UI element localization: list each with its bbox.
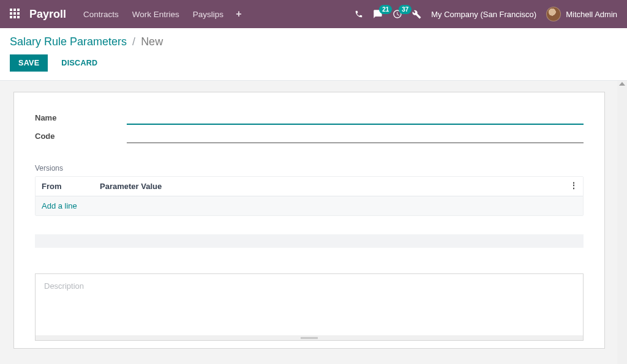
versions-table: From Parameter Value ⋮ Add a line <box>35 176 584 216</box>
breadcrumb-separator: / <box>132 35 135 48</box>
versions-section-label: Versions <box>35 164 584 173</box>
navbar-right: 21 37 My Company (San Francisco) Mitchel… <box>355 7 617 21</box>
name-input[interactable] <box>127 110 584 125</box>
phone-icon[interactable] <box>355 10 363 18</box>
column-options-icon[interactable]: ⋮ <box>569 180 578 190</box>
debug-icon[interactable] <box>412 10 421 19</box>
breadcrumb-parent[interactable]: Salary Rule Parameters <box>10 35 127 48</box>
top-navbar: Payroll Contracts Work Entries Payslips … <box>0 0 627 28</box>
new-icon[interactable]: + <box>236 9 241 20</box>
messages-badge: 21 <box>379 5 392 14</box>
app-brand[interactable]: Payroll <box>29 8 66 21</box>
company-switcher[interactable]: My Company (San Francisco) <box>431 10 536 19</box>
nav-link-payslips[interactable]: Payslips <box>193 10 223 19</box>
nav-link-work-entries[interactable]: Work Entries <box>132 10 179 19</box>
avatar <box>546 7 561 21</box>
breadcrumb: Salary Rule Parameters / New <box>10 35 617 48</box>
versions-table-body: Add a line <box>36 196 583 215</box>
form-sheet: Name Code Versions From Parameter Value … <box>13 92 605 349</box>
nav-link-contracts[interactable]: Contracts <box>83 10 119 19</box>
name-label: Name <box>35 113 127 125</box>
add-line-link[interactable]: Add a line <box>42 201 77 210</box>
breadcrumb-current: New <box>141 35 163 48</box>
discard-button[interactable]: DISCARD <box>56 54 102 72</box>
description-box <box>35 273 584 341</box>
description-input[interactable] <box>36 274 583 335</box>
apps-menu-icon[interactable] <box>10 9 21 20</box>
save-button[interactable]: SAVE <box>10 54 48 72</box>
versions-table-header: From Parameter Value ⋮ <box>36 177 583 196</box>
spacer-band <box>35 234 584 248</box>
activities-icon[interactable]: 37 <box>392 9 402 19</box>
col-header-value: Parameter Value <box>100 182 577 191</box>
user-name: Mitchell Admin <box>566 10 617 19</box>
scroll-up-icon[interactable] <box>619 82 625 86</box>
nav-links: Contracts Work Entries Payslips <box>83 10 223 19</box>
control-panel: Salary Rule Parameters / New SAVE DISCAR… <box>0 28 627 81</box>
messages-icon[interactable]: 21 <box>373 9 383 19</box>
code-label: Code <box>35 132 127 143</box>
activities-badge: 37 <box>399 5 411 14</box>
scrollbar[interactable] <box>617 81 627 364</box>
col-header-from: From <box>42 182 100 191</box>
resize-handle[interactable] <box>36 335 583 340</box>
form-viewport: Name Code Versions From Parameter Value … <box>0 81 627 364</box>
code-input[interactable] <box>127 128 584 143</box>
user-menu[interactable]: Mitchell Admin <box>546 7 617 21</box>
